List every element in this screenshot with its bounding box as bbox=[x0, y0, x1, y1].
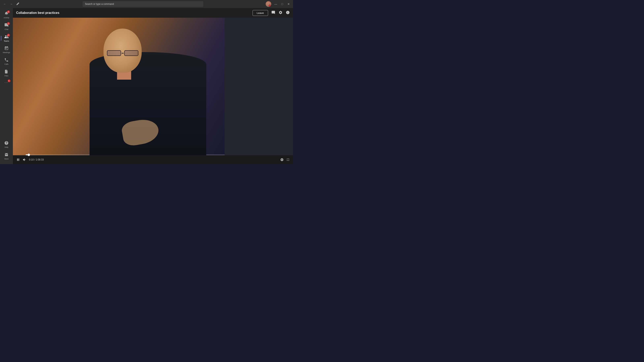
more-apps-icon: ··· 1 bbox=[4, 81, 8, 84]
main-area: 2 Activity 1 Chat 1 Teams bbox=[0, 8, 293, 164]
settings-button[interactable] bbox=[278, 10, 282, 15]
compose-button[interactable] bbox=[15, 1, 20, 6]
sidebar-item-calls-label: Calls bbox=[4, 63, 8, 65]
video-header: Collaboration best practices Leave bbox=[13, 8, 293, 18]
sidebar-item-more[interactable]: ··· 1 bbox=[1, 79, 12, 86]
sidebar-item-calls[interactable]: Calls bbox=[1, 56, 12, 67]
title-bar-right: — □ ✕ bbox=[266, 1, 290, 7]
video-title: Collaboration best practices bbox=[16, 11, 59, 15]
person-head bbox=[104, 28, 142, 73]
video-main-row bbox=[13, 18, 293, 155]
sidebar-item-activity-label: Activity bbox=[4, 17, 10, 19]
sidebar-item-help-label: Help bbox=[5, 146, 8, 148]
sidebar-item-chat[interactable]: 1 Chat bbox=[1, 21, 12, 32]
progress-thumb bbox=[28, 154, 30, 156]
chat-icon: 1 bbox=[4, 23, 9, 28]
right-panel bbox=[224, 18, 293, 155]
sidebar-item-meetings[interactable]: Meetings bbox=[1, 44, 12, 55]
glasses-right-lens bbox=[124, 50, 138, 56]
title-bar-left: ← → bbox=[2, 1, 20, 6]
meetings-icon bbox=[4, 46, 9, 51]
leave-button[interactable]: Leave bbox=[252, 10, 268, 16]
sidebar-item-store[interactable]: Store bbox=[1, 151, 12, 162]
activity-badge: 2 bbox=[7, 10, 10, 13]
sidebar-item-teams[interactable]: 1 Teams bbox=[1, 33, 12, 44]
files-icon bbox=[4, 69, 9, 74]
maximize-button[interactable]: □ bbox=[280, 2, 284, 6]
sidebar-item-files[interactable]: Files bbox=[1, 68, 12, 79]
sidebar-item-help[interactable]: Help bbox=[1, 139, 12, 150]
sidebar-item-meetings-label: Meetings bbox=[3, 51, 10, 54]
search-placeholder: Search or type a command bbox=[85, 2, 114, 5]
calls-icon bbox=[4, 58, 9, 63]
glasses-left-lens bbox=[107, 50, 121, 56]
progress-fill bbox=[26, 154, 29, 155]
video-settings-button[interactable] bbox=[280, 158, 284, 161]
current-time: 0:10 bbox=[29, 158, 34, 161]
sidebar-bottom: Help Store bbox=[0, 139, 13, 162]
nav-forward-button[interactable]: → bbox=[9, 1, 14, 6]
pause-button[interactable] bbox=[16, 158, 20, 162]
user-avatar[interactable] bbox=[266, 1, 271, 7]
video-player[interactable] bbox=[13, 18, 224, 155]
minimize-button[interactable]: — bbox=[274, 2, 278, 6]
sidebar-item-files-label: Files bbox=[4, 75, 8, 77]
controls-right bbox=[280, 158, 290, 161]
video-background bbox=[13, 18, 224, 155]
sidebar-item-activity[interactable]: 2 Activity bbox=[1, 10, 12, 20]
volume-button[interactable] bbox=[22, 158, 26, 162]
teams-badge: 1 bbox=[7, 34, 10, 37]
fullscreen-button[interactable] bbox=[286, 158, 290, 161]
search-bar[interactable]: Search or type a command bbox=[82, 1, 203, 7]
title-bar: ← → Search or type a command — □ ✕ bbox=[0, 0, 293, 8]
sidebar-item-store-label: Store bbox=[4, 158, 9, 160]
close-button[interactable]: ✕ bbox=[286, 2, 290, 6]
video-controls: 0:10 / 1:08:33 bbox=[13, 155, 293, 164]
more-badge: 1 bbox=[8, 79, 10, 82]
glasses-bridge bbox=[122, 53, 124, 53]
info-button[interactable] bbox=[286, 10, 290, 15]
content-wrapper: Collaboration best practices Leave bbox=[13, 8, 293, 164]
total-time: 1:08:33 bbox=[36, 158, 44, 161]
header-actions: Leave bbox=[252, 10, 290, 16]
activity-icon: 2 bbox=[4, 11, 9, 16]
teams-icon: 1 bbox=[4, 34, 9, 40]
sidebar-item-chat-label: Chat bbox=[4, 28, 8, 30]
person-glasses bbox=[106, 50, 139, 56]
store-icon bbox=[4, 152, 9, 157]
chat-badge: 1 bbox=[7, 22, 10, 25]
time-display: 0:10 / 1:08:33 bbox=[29, 158, 44, 161]
sidebar-item-teams-label: Teams bbox=[4, 40, 9, 42]
help-icon bbox=[4, 141, 9, 146]
sidebar: 2 Activity 1 Chat 1 Teams bbox=[0, 8, 13, 164]
nav-back-button[interactable]: ← bbox=[2, 1, 7, 6]
chat-panel-button[interactable] bbox=[271, 10, 275, 15]
